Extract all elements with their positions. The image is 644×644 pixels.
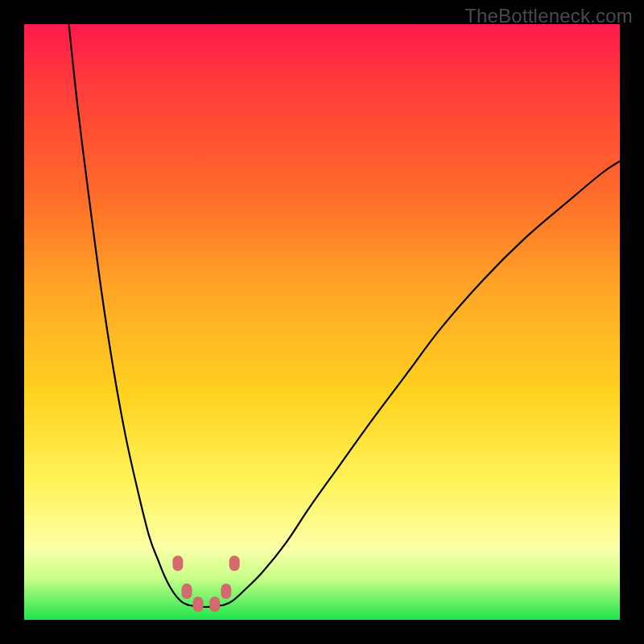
valley-marker [172, 555, 183, 571]
curve-left-branch [69, 24, 188, 605]
valley-marker [229, 555, 240, 571]
curve-right-branch [224, 161, 620, 605]
plot-area [24, 24, 620, 620]
watermark-text: TheBottleneck.com [464, 5, 633, 27]
chart-frame: TheBottleneck.com [0, 0, 644, 644]
valley-marker [209, 597, 220, 612]
valley-marker [221, 584, 231, 599]
curve-layer [24, 24, 620, 620]
valley-marker [193, 597, 204, 612]
valley-marker [182, 584, 192, 599]
